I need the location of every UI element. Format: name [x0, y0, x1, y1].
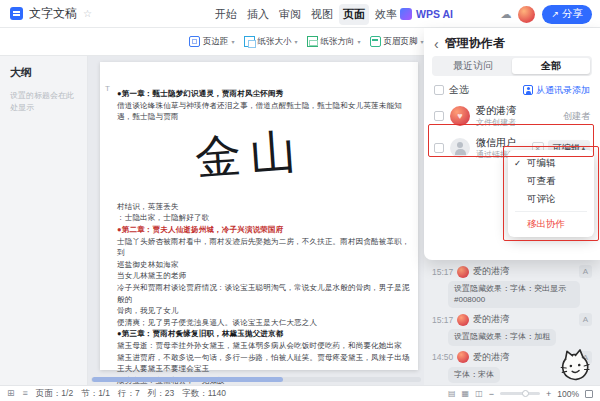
timestamp: 15:17 [432, 315, 453, 325]
page-view-icon[interactable]: ▦ [462, 389, 470, 398]
read-view-icon[interactable]: ▤ [448, 389, 456, 398]
menu-tab[interactable]: 页面 [339, 4, 369, 25]
document-area: T ●第一章：甄士隐梦幻识通灵，贾雨村风尘怀闺秀僧道谈论绛珠仙草与神瑛侍者还泪之… [88, 56, 424, 385]
select-all-row: 全选 从通讯录添加 [424, 76, 600, 100]
collab-tabs: 最近访问全部 [432, 56, 592, 76]
contacts-icon [523, 85, 533, 95]
ribbon-item-orient[interactable]: 纸张方向▾ [304, 34, 364, 50]
app-window: 文字文稿 ☆ 开始插入审阅视图页面效率 WPS AI ☁ ↗ 分享 页边距▾纸张… [0, 0, 600, 401]
menu-tabs: 开始插入审阅视图页面效率 [210, 0, 402, 28]
user-avatar[interactable] [518, 6, 535, 23]
doc-line: ：士隐出家，士隐解好了歌 [117, 212, 410, 224]
size-icon [244, 36, 255, 47]
scrollbar-thumb[interactable] [92, 377, 283, 382]
share-icon: ↗ [551, 9, 559, 19]
doc-line: 僧道谈论绛珠仙草与神瑛侍者还泪之事，僧道点醒甄士隐，甄士隐和女儿英莲未能知遇，甄… [117, 100, 410, 123]
add-from-contacts-link[interactable]: 从通讯录添加 [523, 84, 590, 97]
history-entry-header: 15:17爱的港湾A [432, 265, 592, 278]
hf-icon [370, 36, 381, 47]
doc-line: 巡盐御史林如海家 [117, 259, 410, 271]
doc-line: 王夫人要黛玉不要理会宝玉 [117, 363, 410, 375]
document-icon [10, 7, 23, 20]
zoom-in-button[interactable]: + [546, 389, 551, 399]
menu-tab[interactable]: 审阅 [275, 4, 305, 25]
share-button[interactable]: ↗ 分享 [542, 5, 592, 24]
member-desc: 文件创建者 [476, 118, 516, 127]
add-from-contacts-label: 从通讯录添加 [536, 84, 590, 97]
timestamp: 14:50 [432, 352, 453, 362]
menu-tab[interactable]: 视图 [307, 4, 337, 25]
outline-panel: 大纲 设置的标题会在此处显示 [0, 56, 88, 385]
outline-placeholder: 设置的标题会在此处显示 [0, 80, 87, 114]
permission-menu-item[interactable]: 可查看 [508, 172, 594, 190]
cloud-sync-icon[interactable]: ☁ [500, 8, 511, 21]
doc-line: 村结识，英莲丢失 [117, 201, 410, 213]
doc-line: 黛玉母逝：贾母牵挂外孙女黛玉，黛玉体弱多病从会吃饭时便吃药，和尚要化她出家 [117, 340, 410, 352]
panel-title: 管理协作者 [445, 35, 505, 52]
collab-tab[interactable]: 全部 [512, 58, 590, 74]
chevron-down-icon: ▾ [295, 38, 298, 45]
history-entry: 15:17爱的港湾A设置隐藏效果：字体：加粗 [432, 313, 592, 346]
zoom-out-button[interactable]: − [489, 389, 494, 399]
permission-menu-item[interactable]: 可评论 [508, 190, 594, 208]
grid-icon[interactable]: ⊞ [7, 389, 15, 398]
timestamp: 15:17 [432, 267, 453, 277]
ribbon-item-size[interactable]: 纸张大小▾ [241, 34, 301, 50]
fit-page-icon[interactable] [585, 390, 593, 398]
web-view-icon[interactable]: ◫ [475, 389, 483, 398]
ribbon-item-margins[interactable]: 页边距▾ [186, 34, 238, 50]
user-name: 爱的港湾 [473, 265, 509, 278]
member-name: 微信用户 [476, 137, 524, 148]
history-entry-text: 设置隐藏效果：字体：加粗 [448, 329, 556, 346]
permission-dropdown-menu: 可编辑可查看可评论移出协作 [508, 150, 594, 237]
star-icon[interactable]: ☆ [83, 8, 92, 19]
zoom-slider-thumb[interactable] [522, 390, 529, 397]
document-page[interactable]: T ●第一章：甄士隐梦幻识通灵，贾雨村风尘怀闺秀僧道谈论绛珠仙草与神瑛侍者还泪之… [100, 62, 418, 370]
orient-icon [307, 36, 318, 47]
wps-ai-label: WPS AI [416, 8, 453, 20]
ribbon-item-hf[interactable]: 页眉页脚▾ [367, 34, 427, 50]
status-items: 页面：1/2节：1/1行：7列：23字数：1140 [36, 388, 226, 400]
wps-ai-button[interactable]: WPS AI [400, 0, 453, 28]
member-checkbox[interactable] [434, 111, 444, 121]
doc-line: 当女儿林黛玉的老师 [117, 270, 410, 282]
history-entry-text: 设置隐藏效果：字体：突出显示#008000 [448, 281, 580, 308]
ribbon-item-label: 纸张方向 [321, 36, 355, 48]
member-row[interactable]: 爱的港湾文件创建者创建者 [424, 100, 600, 132]
list-icon[interactable]: ≡ [23, 389, 28, 398]
zoom-slider[interactable] [500, 392, 540, 395]
statusbar-right: ▤ ▦ ◫ − + 100% [448, 389, 593, 399]
avatar [457, 351, 469, 363]
menu-tab[interactable]: 开始 [211, 4, 241, 25]
collab-tab[interactable]: 最近访问 [434, 58, 512, 74]
status-item: 行：7 [118, 388, 140, 400]
format-icon[interactable]: A [579, 313, 592, 326]
cat-doodle-sticker[interactable] [553, 343, 597, 387]
menu-tab[interactable]: 插入 [243, 4, 273, 25]
collaborator-panel: ‹ 管理协作者 最近访问全部 全选 从通讯录添加 爱的港湾文件创建者创建者微信用… [424, 28, 600, 260]
permission-menu-item[interactable]: 移出协作 [508, 215, 594, 233]
select-all-label: 全选 [449, 83, 469, 97]
format-icon[interactable]: A [579, 265, 592, 278]
select-all-checkbox[interactable] [434, 85, 444, 95]
history-entry: 15:17爱的港湾A设置隐藏效果：字体：突出显示#008000 [432, 265, 592, 308]
member-checkbox[interactable] [434, 143, 444, 153]
cursor-marker: T [105, 84, 110, 93]
user-name: 爱的港湾 [473, 313, 509, 326]
doc-line: 冷子兴和贾雨村谈论贾府情况：谈论宝玉聪明淘气，常说女儿是水般的骨肉，男子是泥般的 [117, 282, 410, 305]
titlebar: 文字文稿 ☆ 开始插入审阅视图页面效率 WPS AI ☁ ↗ 分享 [0, 0, 600, 28]
doc-line: ●第一章：甄士隐梦幻识通灵，贾雨村风尘怀闺秀 [117, 88, 410, 100]
doc-line: 黛玉进贾府，不敢多说一句话，多行一步路，怕被人耻笑。贾母疼爱黛玉，凤辣子出场 [117, 352, 410, 364]
permission-menu-item[interactable]: 可编辑 [508, 154, 594, 172]
zoom-value[interactable]: 100% [557, 389, 579, 399]
avatar [450, 106, 470, 126]
ribbon-item-label: 页眉页脚 [384, 36, 418, 48]
share-label: 分享 [562, 7, 583, 21]
menu-tab[interactable]: 效率 [371, 4, 401, 25]
titlebar-right: ☁ ↗ 分享 [500, 0, 592, 28]
doc-line: 士隐丫头娇杏被雨村看中，雨村发迹后先娶她为二房，不久扶正。雨村因贪酷被革职，到 [117, 236, 410, 259]
back-icon[interactable]: ‹ [434, 38, 439, 50]
avatar [450, 138, 470, 158]
horizontal-scrollbar[interactable] [91, 377, 421, 382]
doc-line: 便清爽；见了男子便觉浊臭逼人。谈论宝玉是大仁大恶之人 [117, 317, 410, 329]
